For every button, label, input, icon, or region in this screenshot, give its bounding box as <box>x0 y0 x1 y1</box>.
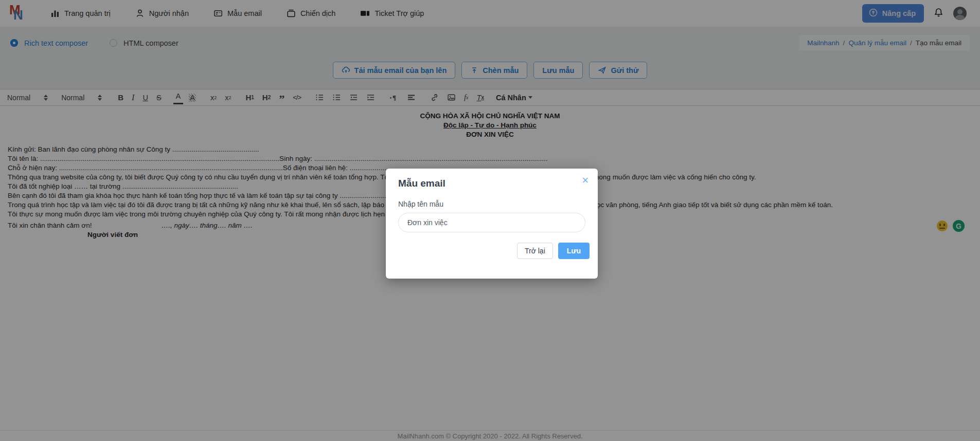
modal-title: Mẫu email <box>386 169 598 189</box>
template-name-input[interactable] <box>398 213 585 232</box>
close-icon[interactable]: × <box>582 175 589 186</box>
modal-footer: Trở lại Lưu <box>386 232 598 259</box>
save-button[interactable]: Lưu <box>558 243 590 259</box>
save-template-modal: Mẫu email × Nhập tên mẫu Trở lại Lưu <box>386 169 598 279</box>
template-name-label: Nhập tên mẫu <box>398 200 585 208</box>
back-button[interactable]: Trở lại <box>517 243 553 259</box>
app-screen: M N Trang quản trị Người nhận Mẫu emai <box>0 0 980 441</box>
